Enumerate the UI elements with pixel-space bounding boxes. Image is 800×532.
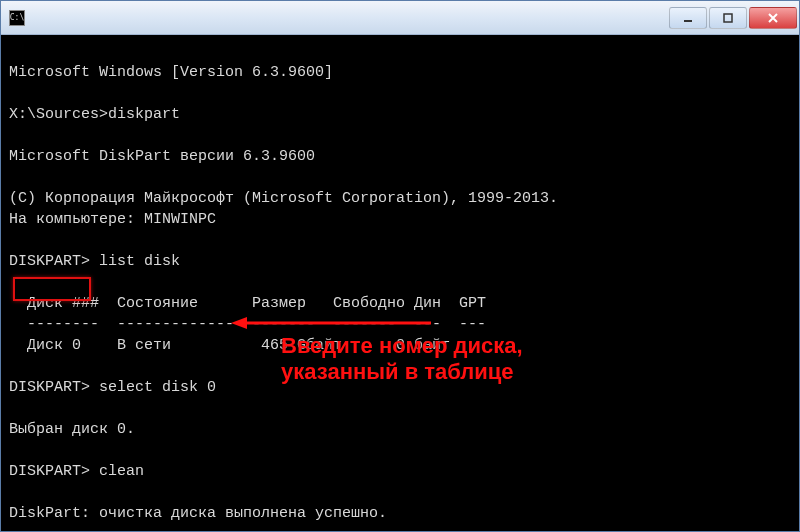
output-line: (C) Корпорация Майкрософт (Microsoft Cor…	[9, 190, 558, 207]
svg-rect-1	[724, 14, 732, 22]
annotation-arrow-icon	[231, 316, 431, 330]
annotation-line2: указанный в таблице	[281, 359, 514, 384]
command-prompt-window: C:\ Microsoft Windows [Version 6.3.9600]…	[0, 0, 800, 532]
minimize-button[interactable]	[669, 7, 707, 29]
disk-highlight	[13, 277, 91, 301]
output-line: X:\Sources>diskpart	[9, 106, 180, 123]
title-bar[interactable]: C:\	[1, 1, 799, 35]
output-line: DiskPart: очистка диска выполнена успешн…	[9, 505, 387, 522]
svg-rect-0	[684, 20, 692, 22]
window-controls	[669, 7, 797, 29]
output-line: DISKPART> list disk	[9, 253, 180, 270]
svg-marker-3	[231, 317, 247, 329]
output-line: DISKPART> select disk 0	[9, 379, 216, 396]
cmd-icon: C:\	[9, 10, 25, 26]
output-line: Microsoft Windows [Version 6.3.9600]	[9, 64, 333, 81]
output-line: На компьютере: MINWINPC	[9, 211, 216, 228]
terminal-output[interactable]: Microsoft Windows [Version 6.3.9600] X:\…	[1, 35, 799, 531]
maximize-button[interactable]	[709, 7, 747, 29]
output-line: Выбран диск 0.	[9, 421, 135, 438]
output-line: Microsoft DiskPart версии 6.3.9600	[9, 148, 315, 165]
annotation-line1: Введите номер диска,	[281, 333, 523, 358]
annotation-text: Введите номер диска, указанный в таблице	[281, 333, 541, 386]
output-line: DISKPART> clean	[9, 463, 144, 480]
close-button[interactable]	[749, 7, 797, 29]
